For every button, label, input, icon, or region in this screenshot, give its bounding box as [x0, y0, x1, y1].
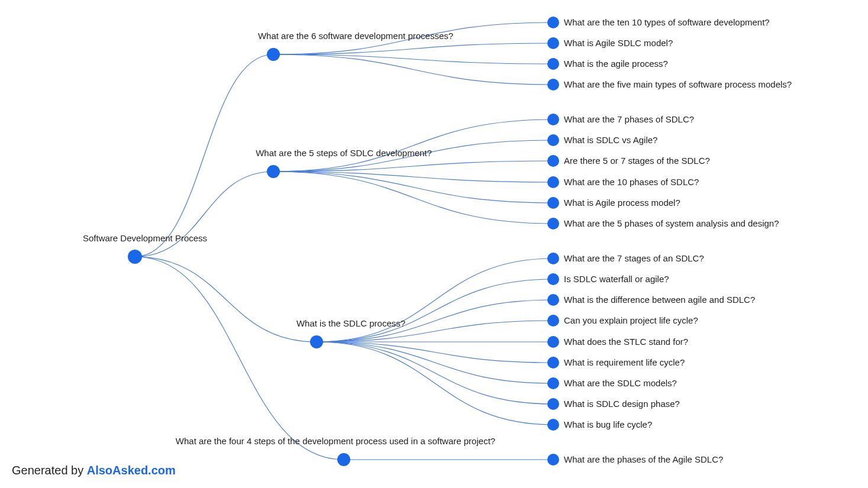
edge-branch-2-leaf-6 [317, 342, 553, 383]
leaf-label-1-1: What is SDLC vs Agile? [564, 135, 657, 145]
branch-node-0[interactable] [267, 48, 280, 61]
leaf-node-3-0[interactable] [547, 454, 559, 466]
leaf-label-2-2: What is the difference between agile and… [564, 295, 755, 305]
leaf-label-2-4: What does the STLC stand for? [564, 337, 688, 347]
mindmap-canvas: Software Development ProcessWhat are the… [0, 0, 868, 488]
leaf-node-2-4[interactable] [547, 336, 559, 348]
leaf-node-2-3[interactable] [547, 315, 559, 327]
leaf-node-2-6[interactable] [547, 377, 559, 389]
leaf-node-2-1[interactable] [547, 273, 559, 285]
leaf-node-1-5[interactable] [547, 218, 559, 230]
leaf-label-2-6: What are the SDLC models? [564, 378, 677, 388]
leaf-label-1-4: What is Agile process model? [564, 198, 680, 208]
edge-root-branch-3 [135, 257, 344, 460]
edge-root-branch-0 [135, 54, 273, 257]
leaf-node-2-8[interactable] [547, 419, 559, 431]
leaf-label-2-1: Is SDLC waterfall or agile? [564, 274, 669, 284]
root-label: Software Development Process [83, 233, 207, 243]
branch-label-3: What are the four 4 steps of the develop… [176, 436, 495, 446]
leaf-label-1-3: What are the 10 phases of SDLC? [564, 177, 699, 187]
edge-branch-1-leaf-5 [273, 172, 553, 224]
leaf-label-0-1: What is Agile SDLC model? [564, 38, 673, 48]
leaf-node-1-2[interactable] [547, 155, 559, 167]
branch-node-3[interactable] [337, 453, 350, 466]
leaf-node-0-3[interactable] [547, 79, 559, 91]
edge-branch-2-leaf-0 [317, 258, 553, 342]
leaf-node-0-1[interactable] [547, 37, 559, 49]
root-node[interactable] [128, 250, 142, 264]
edge-branch-2-leaf-7 [317, 342, 553, 404]
leaf-node-2-5[interactable] [547, 357, 559, 369]
leaf-label-2-3: Can you explain project life cycle? [564, 315, 698, 325]
branch-label-1: What are the 5 steps of SDLC development… [256, 148, 432, 158]
branch-node-1[interactable] [267, 165, 280, 178]
leaf-label-2-8: What is bug life cycle? [564, 419, 652, 429]
attribution: Generated by AlsoAsked.com [12, 464, 176, 477]
edge-branch-0-leaf-1 [273, 43, 553, 54]
edge-branch-1-leaf-4 [273, 172, 553, 203]
leaf-node-2-0[interactable] [547, 253, 559, 264]
leaf-label-2-7: What is SDLC design phase? [564, 399, 680, 409]
leaf-label-0-3: What are the five main types of software… [564, 79, 792, 89]
leaf-node-1-4[interactable] [547, 197, 559, 209]
leaf-label-2-5: What is requirement life cycle? [564, 357, 685, 367]
leaf-node-2-7[interactable] [547, 398, 559, 410]
edge-branch-2-leaf-1 [317, 279, 553, 342]
labels: Software Development ProcessWhat are the… [83, 17, 792, 464]
edge-root-branch-2 [135, 257, 317, 342]
edge-branch-0-leaf-2 [273, 54, 553, 64]
leaf-label-2-0: What are the 7 stages of an SDLC? [564, 253, 704, 263]
attribution-prefix: Generated by [12, 464, 87, 477]
edge-branch-1-leaf-0 [273, 119, 553, 172]
leaf-label-1-5: What are the 5 phases of system analysis… [564, 218, 779, 228]
edge-root-branch-1 [135, 172, 273, 257]
leaf-label-1-2: Are there 5 or 7 stages of the SDLC? [564, 156, 710, 166]
leaf-node-0-0[interactable] [547, 17, 559, 28]
leaf-label-1-0: What are the 7 phases of SDLC? [564, 114, 694, 124]
leaf-node-1-1[interactable] [547, 134, 559, 146]
leaf-node-0-2[interactable] [547, 58, 559, 70]
branch-node-2[interactable] [310, 335, 323, 348]
leaf-label-0-0: What are the ten 10 types of software de… [564, 17, 770, 27]
leaf-label-3-0: What are the phases of the Agile SDLC? [564, 454, 723, 464]
leaf-node-2-2[interactable] [547, 294, 559, 306]
edge-branch-2-leaf-8 [317, 342, 553, 425]
leaf-node-1-0[interactable] [547, 114, 559, 125]
branch-label-0: What are the 6 software development proc… [258, 31, 453, 41]
leaf-node-1-3[interactable] [547, 176, 559, 188]
attribution-brand: AlsoAsked.com [87, 464, 176, 477]
branch-label-2: What is the SDLC process? [296, 318, 405, 328]
leaf-label-0-2: What is the agile process? [564, 59, 668, 69]
